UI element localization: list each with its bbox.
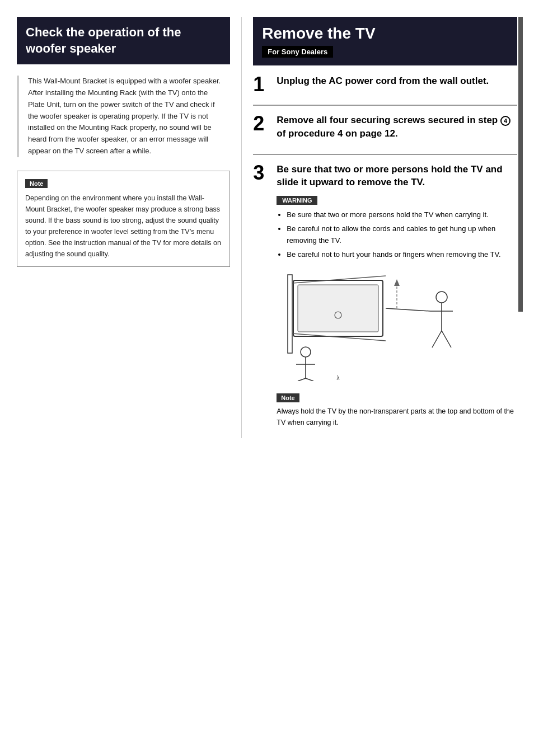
step-1: 1 Unplug the AC power cord from the wall…	[253, 74, 517, 95]
left-body-section: This Wall-Mount Bracket is equipped with…	[17, 76, 230, 157]
right-title: Remove the TV	[262, 25, 508, 43]
svg-point-12	[301, 347, 311, 357]
right-section-header: Remove the TV For Sony Dealers	[253, 17, 517, 65]
warning-item-1: Be sure that two or more persons hold th…	[287, 209, 517, 221]
step-2: 2 Remove all four securing screws secure…	[253, 114, 517, 144]
svg-line-9	[432, 331, 442, 348]
step-1-text: Unplug the AC power cord from the wall o…	[277, 74, 517, 88]
step-2-text-part1: Remove all four securing screws secured …	[277, 115, 500, 125]
left-column: Check the operation of the woofer speake…	[17, 17, 242, 438]
left-section-header: Check the operation of the woofer speake…	[17, 17, 230, 64]
step-1-divider	[253, 105, 517, 106]
left-title: Check the operation of the woofer speake…	[26, 25, 221, 57]
tv-removal-illustration: λ	[277, 269, 517, 383]
svg-line-15	[298, 378, 306, 381]
bottom-note-text: Always hold the TV by the non-transparen…	[277, 406, 517, 428]
left-body-paragraph: This Wall-Mount Bracket is equipped with…	[28, 76, 226, 157]
step-3: 3 Be sure that two or more persons hold …	[253, 163, 517, 429]
step-2-circle: 4	[500, 116, 510, 126]
step-2-divider	[253, 154, 517, 155]
step-3-text: Be sure that two or more persons hold th…	[277, 163, 517, 190]
left-note-label: Note	[25, 179, 48, 188]
svg-line-4	[292, 276, 386, 283]
svg-rect-2	[298, 285, 378, 332]
page-container: Check the operation of the woofer speake…	[17, 17, 517, 438]
step-2-number: 2	[253, 114, 270, 134]
bottom-note-label: Note	[277, 393, 299, 402]
warning-label: WARNING	[277, 196, 317, 205]
step-2-text: Remove all four securing screws secured …	[277, 114, 517, 140]
svg-text:λ: λ	[337, 375, 340, 381]
svg-rect-0	[288, 275, 292, 353]
svg-line-16	[306, 378, 313, 381]
svg-line-11	[386, 308, 430, 311]
step-3-number: 3	[253, 163, 270, 183]
left-note-box: Note Depending on the environment where …	[17, 171, 230, 267]
step-1-number: 1	[253, 74, 270, 95]
for-sony-dealers-badge: For Sony Dealers	[262, 46, 333, 58]
svg-line-10	[442, 331, 451, 348]
warning-item-3: Be careful not to hurt your hands or fin…	[287, 249, 517, 261]
warning-list: Be sure that two or more persons hold th…	[277, 209, 517, 260]
step-1-content: Unplug the AC power cord from the wall o…	[277, 74, 517, 91]
warning-item-2: Be careful not to allow the cords and ca…	[287, 223, 517, 247]
step-2-text-part2: of procedure 4 on page 12.	[277, 128, 397, 139]
svg-point-6	[436, 292, 447, 303]
tv-illustration-svg: λ	[277, 269, 467, 381]
step-2-content: Remove all four securing screws secured …	[277, 114, 517, 144]
bottom-note: Note Always hold the TV by the non-trans…	[277, 392, 517, 428]
svg-line-5	[292, 334, 386, 341]
step-3-content: Be sure that two or more persons hold th…	[277, 163, 517, 429]
svg-marker-18	[394, 279, 400, 286]
warning-box: WARNING Be sure that two or more persons…	[277, 195, 517, 260]
right-column: Remove the TV For Sony Dealers 1 Unplug …	[242, 17, 517, 438]
left-note-text: Depending on the environment where you i…	[25, 192, 222, 260]
